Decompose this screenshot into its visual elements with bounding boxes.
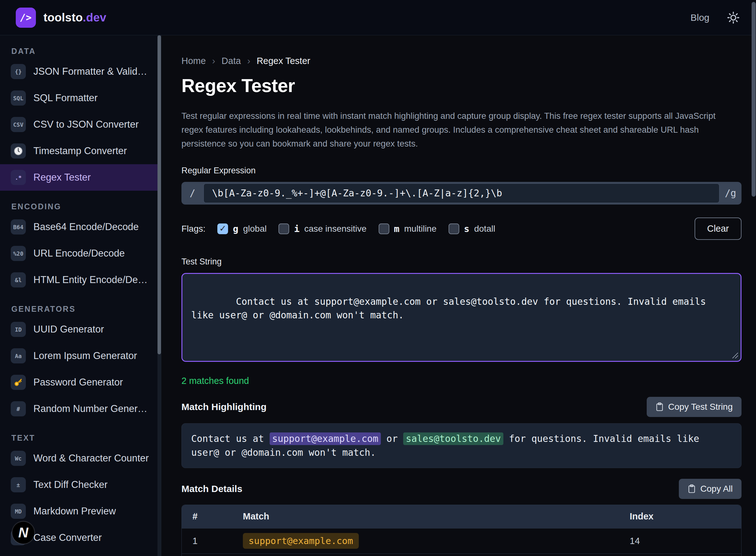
resize-handle[interactable]	[732, 352, 739, 359]
flag-letter: g	[233, 223, 238, 234]
highlight-box: Contact us at support@example.com or sal…	[182, 423, 742, 468]
flag-option-i[interactable]: icase insensitive	[278, 223, 366, 234]
table-row[interactable]: 2sales@toolsto.dev37	[182, 554, 741, 556]
chevron-right-icon: ›	[212, 56, 215, 66]
sidebar-item-label: Markdown Preview	[33, 506, 116, 517]
table-header-index: Index	[630, 511, 730, 522]
sidebar-scrollbar-thumb[interactable]	[157, 35, 161, 354]
sidebar-section-label-data: DATA	[11, 47, 161, 56]
flag-checkbox-g[interactable]	[217, 223, 228, 234]
highlighting-header: Match Highlighting Copy Test String	[182, 397, 742, 417]
sidebar-item-base64-encode-decode[interactable]: B64Base64 Encode/Decode	[0, 214, 161, 240]
sidebar-scrollbar[interactable]	[157, 35, 161, 556]
table-header-match: Match	[243, 511, 630, 522]
sidebar-item-label: Password Generator	[33, 377, 123, 388]
top-navbar: /> toolsto.dev Blog	[0, 0, 756, 35]
copy-test-string-label: Copy Test String	[668, 402, 733, 412]
main-content: Home›Data›Regex Tester Regex Tester Test…	[161, 35, 756, 556]
flag-letter: s	[464, 223, 469, 234]
flag-option-s[interactable]: sdotall	[449, 223, 495, 234]
sidebar-item-word-character-counter[interactable]: WcWord & Character Counter	[0, 445, 161, 472]
flag-name: global	[243, 224, 267, 234]
flag-name: multiline	[404, 224, 437, 234]
sidebar-nav: DATA{}JSON Formatter & ValidatorSQLSQL F…	[0, 47, 161, 556]
flag-name: dotall	[474, 224, 495, 234]
sidebar-item-html-entity-encode-deco[interactable]: &lHTML Entity Encode/Deco...	[0, 267, 161, 293]
brand[interactable]: /> toolsto.dev	[16, 7, 107, 28]
flag-option-g[interactable]: gglobal	[217, 223, 266, 234]
match-cell: support@example.com	[243, 533, 630, 549]
lorem-ipsum-generator-icon: Aa	[11, 348, 26, 363]
breadcrumb-data[interactable]: Data	[221, 56, 241, 66]
sidebar-item-label: Case Converter	[33, 532, 102, 544]
sidebar-item-partial-item[interactable]	[0, 551, 161, 556]
sidebar-item-markdown-preview[interactable]: MDMarkdown Preview	[0, 498, 161, 524]
regex-input-group: / \b[A-Za-z0-9._%+-]+@[A-Za-z0-9.-]+\.[A…	[182, 182, 742, 205]
flag-checkbox-i[interactable]	[278, 223, 289, 234]
clear-button[interactable]: Clear	[694, 217, 742, 240]
sidebar-item-csv-to-json-converter[interactable]: CSVCSV to JSON Converter	[0, 111, 161, 138]
sidebar-item-label: Word & Character Counter	[33, 453, 149, 464]
flag-letter: m	[394, 223, 400, 234]
page-scrollbar-thumb[interactable]	[752, 2, 756, 197]
sidebar-item-random-number-generator[interactable]: #Random Number Generator	[0, 395, 161, 422]
flags-label: Flags:	[182, 224, 205, 234]
random-number-generator-icon: #	[11, 401, 26, 416]
sidebar-item-label: CSV to JSON Converter	[33, 119, 139, 130]
timestamp-converter-icon	[11, 143, 26, 159]
sidebar-item-regex-tester[interactable]: .*Regex Tester	[0, 164, 161, 191]
sidebar-item-label: Base64 Encode/Decode	[33, 221, 139, 233]
copy-all-button[interactable]: Copy All	[679, 479, 742, 499]
flag-checkbox-s[interactable]	[449, 223, 459, 234]
sidebar-item-url-encode-decode[interactable]: %20URL Encode/Decode	[0, 240, 161, 267]
flag-letter: i	[294, 223, 299, 234]
copy-test-string-button[interactable]: Copy Test String	[647, 397, 742, 417]
sidebar-item-label: Random Number Generator	[33, 403, 150, 415]
sidebar-item-label: URL Encode/Decode	[33, 248, 125, 259]
sidebar-item-uuid-generator[interactable]: IDUUID Generator	[0, 316, 161, 343]
blog-link[interactable]: Blog	[690, 12, 709, 23]
app-root: /> toolsto.dev Blog DATA{}JSON Formatter…	[0, 0, 756, 556]
highlight-plain-text: or	[381, 433, 403, 444]
markdown-preview-icon: MD	[11, 504, 26, 519]
theme-toggle-sun-icon[interactable]	[726, 11, 740, 25]
match-count-status: 2 matches found	[182, 376, 742, 386]
sidebar-item-text-diff-checker[interactable]: ±Text Diff Checker	[0, 472, 161, 498]
test-string-textarea[interactable]: Contact us at support@example.com or sal…	[182, 273, 742, 362]
sidebar-item-label: JSON Formatter & Validator	[33, 66, 150, 77]
sidebar: DATA{}JSON Formatter & ValidatorSQLSQL F…	[0, 35, 161, 556]
highlight-match-purple: support@example.com	[270, 432, 381, 445]
url-encode-decode-icon: %20	[11, 246, 26, 261]
breadcrumb-regex-tester: Regex Tester	[257, 56, 310, 66]
sidebar-item-timestamp-converter[interactable]: Timestamp Converter	[0, 138, 161, 164]
nextjs-dev-badge[interactable]: N	[12, 521, 35, 544]
flags-row: Flags: gglobalicase insensitivemmultilin…	[182, 217, 742, 241]
highlighting-title: Match Highlighting	[182, 402, 266, 412]
brand-logo-icon: />	[16, 7, 36, 28]
flag-checkbox-m[interactable]	[379, 223, 389, 234]
clipboard-icon	[655, 402, 664, 412]
topbar-right: Blog	[690, 11, 740, 25]
sidebar-item-label: SQL Formatter	[33, 92, 98, 104]
test-string-value: Contact us at support@example.com or sal…	[191, 296, 712, 320]
regex-delimiter-right: /g	[719, 183, 742, 203]
breadcrumb: Home›Data›Regex Tester	[182, 56, 742, 66]
sidebar-item-password-generator[interactable]: Password Generator	[0, 369, 161, 395]
sidebar-item-sql-formatter[interactable]: SQLSQL Formatter	[0, 85, 161, 111]
flag-option-m[interactable]: mmultiline	[379, 223, 437, 234]
app-shell: DATA{}JSON Formatter & ValidatorSQLSQL F…	[0, 35, 756, 556]
match-details-table: #MatchIndex1support@example.com142sales@…	[182, 505, 742, 556]
csv-to-json-converter-icon: CSV	[11, 117, 26, 132]
regex-pattern-input[interactable]: \b[A-Za-z0-9._%+-]+@[A-Za-z0-9.-]+\.[A-Z…	[203, 183, 719, 203]
regex-label: Regular Expression	[182, 166, 742, 176]
chevron-right-icon: ›	[247, 56, 251, 66]
table-row[interactable]: 1support@example.com14	[182, 528, 741, 554]
sidebar-item-lorem-ipsum-generator[interactable]: AaLorem Ipsum Generator	[0, 343, 161, 369]
sidebar-section-label-text: TEXT	[11, 433, 161, 443]
breadcrumb-home[interactable]: Home	[182, 56, 206, 66]
page-scrollbar[interactable]	[752, 0, 756, 556]
sidebar-item-label: Timestamp Converter	[33, 145, 127, 157]
sidebar-item-json-formatter-validator[interactable]: {}JSON Formatter & Validator	[0, 58, 161, 85]
flag-name: case insensitive	[304, 224, 367, 234]
highlight-match-green: sales@toolsto.dev	[403, 432, 503, 445]
